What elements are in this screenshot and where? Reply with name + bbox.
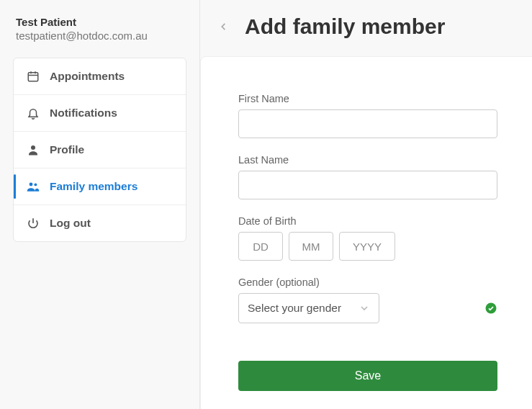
sidebar-item-label: Profile (50, 143, 84, 156)
form-card: First Name Last Name Date of Birth Gende… (200, 56, 532, 409)
sidebar: Test Patient testpatient@hotdoc.com.au A… (0, 0, 200, 409)
sidebar-item-notifications[interactable]: Notifications (14, 95, 186, 132)
page-title: Add family member (245, 14, 445, 39)
sidebar-item-label: Notifications (50, 107, 117, 120)
user-email: testpatient@hotdoc.com.au (16, 30, 186, 42)
dob-year-input[interactable] (339, 232, 395, 261)
dob-row (238, 232, 497, 261)
chevron-down-icon (359, 302, 370, 314)
check-circle-icon (484, 302, 497, 315)
gender-group: Gender (optional) Select your gender (238, 277, 497, 323)
header: Add family member (200, 0, 532, 56)
dob-group: Date of Birth (238, 215, 497, 261)
first-name-input[interactable] (238, 109, 497, 138)
sidebar-item-logout[interactable]: Log out (14, 205, 186, 241)
sidebar-item-family-members[interactable]: Family members (14, 168, 186, 205)
gender-label: Gender (optional) (238, 277, 497, 288)
last-name-input[interactable] (238, 171, 497, 199)
last-name-label: Last Name (238, 154, 497, 166)
first-name-group: First Name (238, 93, 497, 138)
calendar-icon (27, 70, 40, 83)
sidebar-nav: Appointments Notifications Profile (13, 58, 186, 242)
users-icon (27, 180, 40, 193)
sidebar-item-appointments[interactable]: Appointments (14, 58, 186, 95)
save-button[interactable]: Save (238, 361, 497, 391)
user-icon (27, 143, 40, 156)
svg-point-9 (34, 183, 37, 186)
sidebar-item-label: Family members (50, 180, 137, 193)
sidebar-item-label: Log out (50, 217, 91, 230)
last-name-group: Last Name (238, 154, 497, 199)
power-icon (27, 217, 40, 230)
svg-point-8 (30, 183, 33, 186)
main: Add family member First Name Last Name D… (200, 0, 532, 409)
first-name-label: First Name (238, 93, 497, 104)
dob-label: Date of Birth (238, 215, 497, 227)
dob-month-input[interactable] (289, 232, 333, 261)
chevron-left-icon (218, 19, 228, 35)
svg-point-7 (31, 145, 35, 150)
gender-select[interactable]: Select your gender (238, 293, 379, 323)
user-name: Test Patient (16, 16, 186, 28)
user-block: Test Patient testpatient@hotdoc.com.au (13, 16, 186, 42)
gender-select-value: Select your gender (248, 302, 341, 315)
gender-row: Select your gender (238, 293, 497, 323)
svg-rect-0 (28, 73, 38, 81)
back-button[interactable] (213, 17, 233, 37)
sidebar-item-profile[interactable]: Profile (14, 132, 186, 168)
dob-day-input[interactable] (238, 232, 283, 261)
sidebar-item-label: Appointments (50, 70, 125, 83)
bell-icon (27, 107, 40, 120)
